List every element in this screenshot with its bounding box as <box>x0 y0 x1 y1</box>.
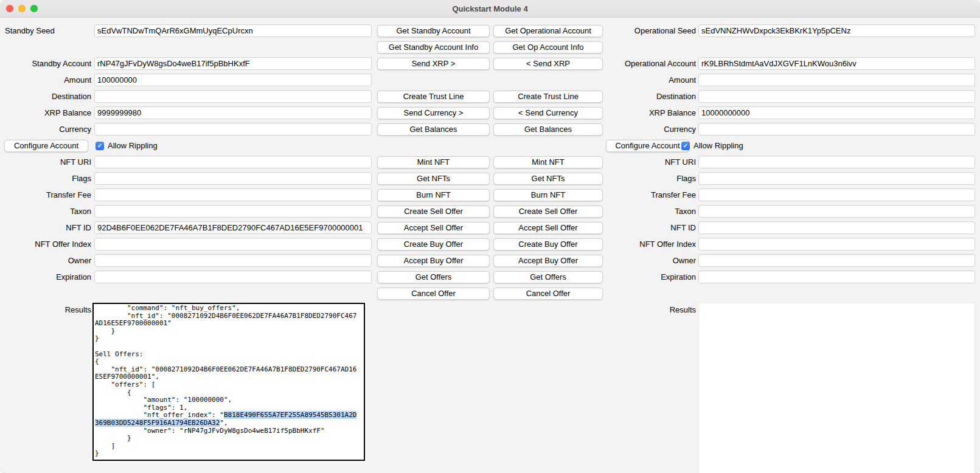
standby-seed-input[interactable] <box>94 24 372 37</box>
operational-get-nfts-button[interactable]: Get NFTs <box>493 173 603 185</box>
operational-amount-input[interactable] <box>698 74 975 86</box>
operational-allow-rippling-label: Allow Rippling <box>693 141 743 150</box>
quickstart-window: Quickstart Module 4 Standby Seed Get Sta… <box>0 0 980 473</box>
operational-nft-offer-index-label: NFT Offer Index <box>606 236 697 252</box>
operational-flags-label: Flags <box>606 170 697 187</box>
send-currency-right-button[interactable]: Send Currency > <box>377 107 490 119</box>
get-op-account-info-button[interactable]: Get Op Account Info <box>493 41 603 54</box>
operational-accept-sell-offer-button[interactable]: Accept Sell Offer <box>493 222 603 234</box>
standby-get-balances-button[interactable]: Get Balances <box>377 123 490 136</box>
standby-amount-label: Amount <box>0 72 92 88</box>
standby-taxon-label: Taxon <box>0 203 92 219</box>
traffic-lights <box>6 0 38 17</box>
standby-transfer-fee-input[interactable] <box>94 188 372 201</box>
checkmark-icon: ✓ <box>97 143 102 149</box>
standby-get-offers-button[interactable]: Get Offers <box>377 271 490 283</box>
standby-nft-id-input[interactable] <box>94 221 372 234</box>
operational-destination-label: Destination <box>606 88 697 105</box>
close-icon[interactable] <box>6 5 13 12</box>
operational-transfer-fee-input[interactable] <box>698 188 975 201</box>
standby-seed-label: Standby Seed <box>0 22 92 39</box>
standby-results-textarea[interactable]: "command": "nft_buy_offers", "nft_id": "… <box>92 303 365 461</box>
operational-create-trust-line-button[interactable]: Create Trust Line <box>493 91 603 103</box>
standby-expiration-input[interactable] <box>94 271 372 283</box>
operational-nft-id-label: NFT ID <box>606 219 697 236</box>
standby-allow-rippling-checkbox[interactable]: ✓ <box>96 142 104 150</box>
standby-account-label: Standby Account <box>0 55 92 72</box>
standby-flags-input[interactable] <box>94 172 372 185</box>
standby-accept-buy-offer-button[interactable]: Accept Buy Offer <box>377 255 490 267</box>
standby-flags-label: Flags <box>0 170 92 187</box>
standby-mint-nft-button[interactable]: Mint NFT <box>377 156 490 168</box>
standby-owner-input[interactable] <box>94 254 372 267</box>
operational-currency-input[interactable] <box>698 123 975 136</box>
get-operational-account-button[interactable]: Get Operational Account <box>493 25 603 37</box>
operational-nft-offer-index-input[interactable] <box>698 238 975 250</box>
operational-nft-uri-label: NFT URI <box>606 154 697 170</box>
standby-nft-uri-label: NFT URI <box>0 154 92 170</box>
standby-cancel-offer-button[interactable]: Cancel Offer <box>377 288 490 300</box>
standby-configure-account-button[interactable]: Configure Account <box>4 140 88 152</box>
standby-nft-offer-index-input[interactable] <box>94 238 372 250</box>
operational-get-offers-button[interactable]: Get Offers <box>493 271 603 283</box>
operational-account-input[interactable] <box>698 57 975 70</box>
standby-taxon-input[interactable] <box>94 205 372 218</box>
standby-transfer-fee-label: Transfer Fee <box>0 187 92 203</box>
standby-create-buy-offer-button[interactable]: Create Buy Offer <box>377 238 490 250</box>
operational-xrp-balance-input[interactable] <box>698 106 975 119</box>
operational-create-buy-offer-button[interactable]: Create Buy Offer <box>493 238 603 250</box>
operational-mint-nft-button[interactable]: Mint NFT <box>493 156 603 168</box>
standby-owner-label: Owner <box>0 252 92 269</box>
operational-destination-input[interactable] <box>698 90 975 103</box>
standby-nft-uri-input[interactable] <box>94 156 372 168</box>
send-currency-left-button[interactable]: < Send Currency <box>493 107 603 119</box>
operational-allow-rippling-checkbox[interactable]: ✓ <box>681 142 690 150</box>
operational-account-label: Operational Account <box>606 55 697 72</box>
operational-accept-buy-offer-button[interactable]: Accept Buy Offer <box>493 255 603 267</box>
operational-flags-input[interactable] <box>698 172 975 185</box>
zoom-icon[interactable] <box>30 5 38 12</box>
operational-get-balances-button[interactable]: Get Balances <box>493 123 603 136</box>
operational-create-sell-offer-button[interactable]: Create Sell Offer <box>493 205 603 218</box>
operational-taxon-input[interactable] <box>698 205 975 218</box>
standby-nft-offer-index-label: NFT Offer Index <box>0 236 92 252</box>
send-xrp-left-button[interactable]: < Send XRP <box>493 58 603 70</box>
standby-xrp-balance-input[interactable] <box>94 106 372 119</box>
standby-get-nfts-button[interactable]: Get NFTs <box>377 173 490 185</box>
standby-create-sell-offer-button[interactable]: Create Sell Offer <box>377 205 490 218</box>
send-xrp-right-button[interactable]: Send XRP > <box>377 58 490 70</box>
standby-create-trust-line-button[interactable]: Create Trust Line <box>377 91 490 103</box>
standby-destination-input[interactable] <box>94 90 372 103</box>
standby-currency-label: Currency <box>0 121 92 137</box>
standby-xrp-balance-label: XRP Balance <box>0 105 92 121</box>
operational-amount-label: Amount <box>606 72 697 88</box>
standby-account-input[interactable] <box>94 57 372 70</box>
get-standby-account-info-button[interactable]: Get Standby Account Info <box>377 41 490 54</box>
operational-burn-nft-button[interactable]: Burn NFT <box>493 189 603 201</box>
operational-allow-rippling-row: ✓ Allow Rippling <box>681 137 980 154</box>
window-title: Quickstart Module 4 <box>452 4 527 13</box>
operational-expiration-input[interactable] <box>698 271 975 283</box>
operational-results-textarea[interactable] <box>698 303 975 473</box>
standby-amount-input[interactable] <box>94 74 372 86</box>
standby-currency-input[interactable] <box>94 123 372 136</box>
operational-seed-label: Operational Seed <box>606 22 697 39</box>
standby-expiration-label: Expiration <box>0 269 92 285</box>
operational-owner-input[interactable] <box>698 254 975 267</box>
standby-destination-label: Destination <box>0 88 92 105</box>
standby-nft-id-label: NFT ID <box>0 219 92 236</box>
operational-seed-input[interactable] <box>698 24 975 37</box>
get-standby-account-button[interactable]: Get Standby Account <box>377 25 490 37</box>
operational-nft-id-input[interactable] <box>698 221 975 234</box>
operational-results-label: Results <box>606 302 697 473</box>
standby-accept-sell-offer-button[interactable]: Accept Sell Offer <box>377 222 490 234</box>
operational-currency-label: Currency <box>606 121 697 137</box>
minimize-icon[interactable] <box>18 5 26 12</box>
standby-allow-rippling-row: ✓ Allow Rippling <box>92 137 374 154</box>
operational-configure-account-button[interactable]: Configure Account <box>606 140 689 152</box>
operational-owner-label: Owner <box>606 252 697 269</box>
operational-nft-uri-input[interactable] <box>698 156 975 168</box>
titlebar: Quickstart Module 4 <box>0 0 980 18</box>
operational-cancel-offer-button[interactable]: Cancel Offer <box>493 288 603 300</box>
standby-burn-nft-button[interactable]: Burn NFT <box>377 189 490 201</box>
